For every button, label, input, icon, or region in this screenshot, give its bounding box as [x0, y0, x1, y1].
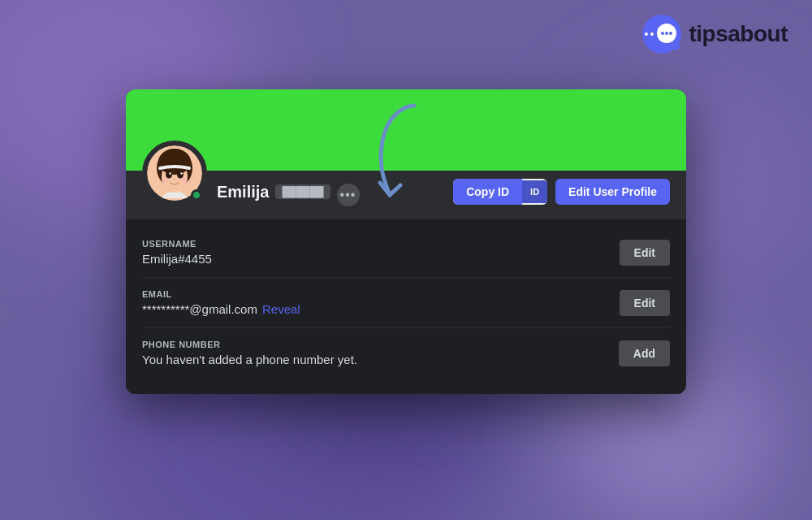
username-discriminator: ██████	[275, 184, 330, 199]
copy-id-button[interactable]: Copy ID ID	[453, 179, 547, 205]
svg-point-13	[181, 177, 188, 184]
profile-body: USERNAME Emilija#4455 Edit EMAIL *******…	[126, 219, 686, 394]
edit-profile-button[interactable]: Edit User Profile	[555, 179, 670, 205]
profile-card: Emilija ██████ ••• Copy ID ID Edit User …	[126, 89, 686, 394]
online-indicator	[191, 189, 202, 201]
username-field: USERNAME Emilija#4455 Edit	[142, 228, 670, 278]
email-edit-button[interactable]: Edit	[620, 290, 670, 316]
username-field-content: USERNAME Emilija#4455	[142, 239, 620, 266]
phone-field-content: PHONE NUMBER You haven't added a phone n…	[142, 340, 619, 366]
more-options-button[interactable]: •••	[337, 184, 360, 206]
email-field-value: **********@gmail.comReveal	[142, 302, 620, 316]
svg-point-11	[180, 172, 182, 174]
logo-text: tipsabout	[689, 21, 788, 47]
avatar-container	[142, 141, 207, 206]
logo-icon	[642, 15, 681, 54]
email-masked: **********@gmail.com	[142, 302, 257, 316]
phone-field-value: You haven't added a phone number yet.	[142, 353, 619, 366]
svg-point-8	[166, 171, 172, 179]
logo-area: tipsabout	[642, 15, 788, 54]
header-actions: Copy ID ID Edit User Profile	[453, 179, 670, 205]
chat-bubble-icon	[655, 23, 678, 46]
email-field: EMAIL **********@gmail.comReveal Edit	[142, 278, 670, 328]
phone-add-button[interactable]: Add	[619, 340, 670, 366]
profile-banner	[126, 89, 686, 171]
svg-point-3	[669, 32, 672, 35]
svg-point-1	[661, 32, 664, 35]
profile-header: Emilija ██████ ••• Copy ID ID Edit User …	[126, 171, 686, 219]
svg-point-12	[162, 177, 168, 184]
copy-id-badge: ID	[522, 180, 547, 203]
svg-point-10	[169, 172, 171, 174]
username-field-value: Emilija#4455	[142, 252, 620, 266]
reveal-email-link[interactable]: Reveal	[262, 302, 300, 316]
email-field-content: EMAIL **********@gmail.comReveal	[142, 289, 620, 316]
username-area: Emilija ██████ •••	[217, 177, 443, 206]
username-display: Emilija	[217, 183, 269, 202]
svg-point-2	[665, 32, 668, 35]
username-field-label: USERNAME	[142, 239, 620, 249]
svg-point-9	[177, 171, 184, 179]
username-edit-button[interactable]: Edit	[620, 240, 670, 266]
phone-field: PHONE NUMBER You haven't added a phone n…	[142, 328, 670, 378]
email-field-label: EMAIL	[142, 289, 620, 299]
phone-field-label: PHONE NUMBER	[142, 340, 619, 349]
copy-id-label: Copy ID	[453, 179, 522, 205]
